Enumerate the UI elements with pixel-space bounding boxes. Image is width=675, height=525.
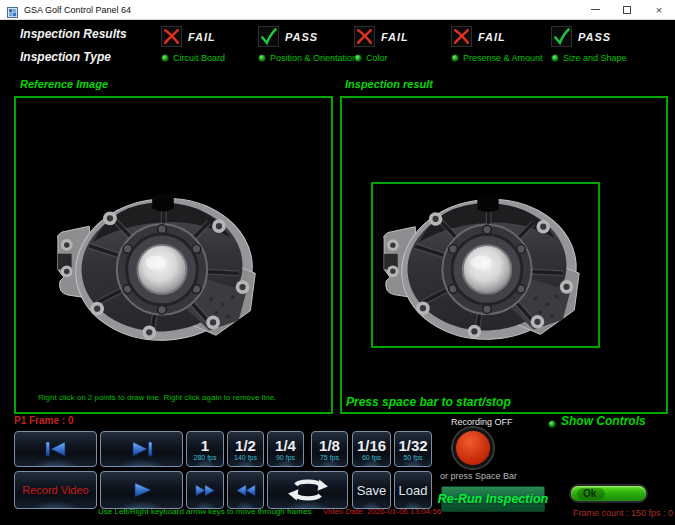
inspection-type-label: Inspection Type <box>20 50 111 64</box>
indicator-presense-amount: FAIL Presense & Amount <box>451 25 543 63</box>
frame-status: P1 Frame : 0 <box>14 415 73 426</box>
type-label: Size and Shape <box>563 53 627 63</box>
type-label: Color <box>366 53 388 63</box>
type-label: Position & Orientation <box>270 53 357 63</box>
record-video-button[interactable]: Record Video <box>14 471 97 509</box>
speed-thirtysecond-button[interactable]: 1/32 50 fps <box>394 431 432 467</box>
keyboard-hint: Use Left/Right keyboard arrow keys to mo… <box>98 507 311 516</box>
step-forward-button[interactable] <box>100 431 183 467</box>
status-led <box>354 54 362 62</box>
result-label: PASS <box>578 31 611 43</box>
result-label: PASS <box>285 31 318 43</box>
rerun-inspection-button[interactable]: Re-Run Inspection <box>441 486 545 512</box>
indicator-position-orientation: PASS Position & Orientation <box>258 25 357 63</box>
indicator-color: FAIL Color <box>354 25 409 63</box>
save-button[interactable]: Save <box>352 471 391 509</box>
maximize-icon <box>623 6 631 14</box>
step-forward-icon <box>129 440 155 458</box>
fail-icon <box>451 26 472 47</box>
fail-icon <box>161 26 182 47</box>
inspection-result-panel[interactable]: Press space bar to start/stop <box>340 96 668 414</box>
play-button[interactable] <box>100 471 183 509</box>
status-led <box>551 54 559 62</box>
recording-status-label: Recording OFF <box>451 417 513 427</box>
loop-icon <box>287 477 329 503</box>
step-back-button[interactable] <box>14 431 97 467</box>
show-controls-led <box>548 420 556 428</box>
ok-label: Ok <box>577 488 605 500</box>
loop-button[interactable] <box>267 471 348 509</box>
detection-bounding-box <box>371 182 600 348</box>
spacebar-record-hint: or press Space Bar <box>440 471 517 481</box>
inspection-result-title: Inspection result <box>345 78 433 90</box>
frame-count-label: Frame count : 150 fps : 0 <box>573 508 673 518</box>
result-label: FAIL <box>188 31 216 43</box>
reference-image-title: Reference Image <box>20 78 108 90</box>
draw-line-hint: Right click on 2 points to draw line. Ri… <box>38 393 276 402</box>
video-date: Video Date: 2026-01-06 13:04:56 <box>323 507 441 516</box>
fast-forward-icon <box>194 484 216 497</box>
window-title: GSA Golf Control Panel 64 <box>24 5 131 15</box>
status-led <box>161 54 169 62</box>
step-back-icon <box>43 440 69 458</box>
rewind-button[interactable] <box>227 471 264 509</box>
minimize-icon <box>591 9 600 10</box>
result-label: FAIL <box>478 31 506 43</box>
spacebar-hint: Press space bar to start/stop <box>346 395 511 409</box>
app-icon <box>7 4 18 15</box>
maximize-button[interactable] <box>611 0 643 19</box>
inspection-results-label: Inspection Results <box>20 27 127 41</box>
show-controls-toggle[interactable]: Show Controls <box>561 414 646 428</box>
ok-button[interactable]: Ok <box>569 484 648 503</box>
fail-icon <box>354 26 375 47</box>
minimize-button[interactable] <box>579 0 611 19</box>
close-button[interactable]: × <box>643 0 675 19</box>
app-window: GSA Golf Control Panel 64 × Inspection R… <box>0 0 675 525</box>
reference-image-panel[interactable]: Right click on 2 points to draw line. Ri… <box>14 96 333 414</box>
window-controls: × <box>579 0 675 19</box>
titlebar: GSA Golf Control Panel 64 × <box>0 0 675 20</box>
type-label: Circuit Board <box>173 53 225 63</box>
fast-forward-button[interactable] <box>186 471 224 509</box>
pass-icon <box>551 26 572 47</box>
indicator-circuit-board: FAIL Circuit Board <box>161 25 225 63</box>
speed-sixteenth-button[interactable]: 1/16 60 fps <box>352 431 391 467</box>
speed-quarter-button[interactable]: 1/4 90 fps <box>267 431 304 467</box>
status-led <box>258 54 266 62</box>
indicator-size-shape: PASS Size and Shape <box>551 25 627 63</box>
speed-1-button[interactable]: 1 280 fps <box>186 431 224 467</box>
speed-half-button[interactable]: 1/2 140 fps <box>227 431 264 467</box>
record-button[interactable] <box>453 428 493 468</box>
rewind-icon <box>235 484 257 497</box>
speed-eighth-button[interactable]: 1/8 75 fps <box>311 431 348 467</box>
load-button[interactable]: Load <box>394 471 432 509</box>
play-icon <box>131 481 153 499</box>
result-label: FAIL <box>381 31 409 43</box>
reference-part-image <box>53 183 271 348</box>
status-led <box>451 54 459 62</box>
pass-icon <box>258 26 279 47</box>
type-label: Presense & Amount <box>463 53 543 63</box>
